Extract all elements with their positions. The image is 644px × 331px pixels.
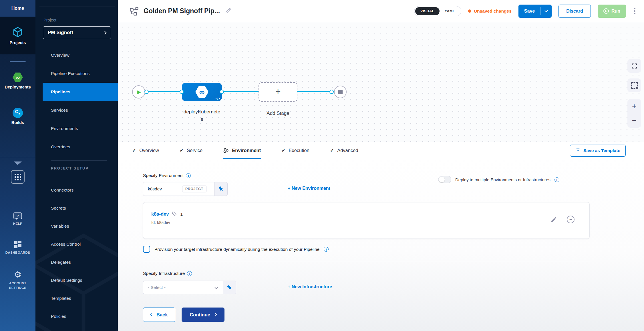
environment-card: k8s-dev 1 Id: k8sdev − bbox=[143, 202, 590, 239]
cd-stage-icon: ∞ bbox=[195, 85, 208, 98]
check-icon: ✓ bbox=[281, 147, 285, 153]
multi-env-toggle[interactable] bbox=[438, 176, 451, 183]
plus-icon: + bbox=[275, 86, 281, 97]
projects-cube-icon bbox=[12, 26, 23, 38]
sidebar-item-overrides[interactable]: Overrides bbox=[35, 138, 118, 156]
toggle-visual[interactable]: VISUAL bbox=[415, 7, 440, 15]
pencil-icon bbox=[550, 216, 557, 223]
sidebar-item-environments[interactable]: Environments bbox=[35, 119, 118, 138]
save-as-template-button[interactable]: Save as Template bbox=[570, 145, 626, 157]
sidebar-item-services[interactable]: Services bbox=[35, 101, 118, 119]
provision-label: Provision your target infrastructure dyn… bbox=[154, 247, 319, 252]
environment-card-actions: − bbox=[550, 216, 575, 223]
fit-to-screen-button[interactable] bbox=[627, 59, 641, 73]
more-options-button[interactable] bbox=[633, 7, 637, 15]
pipeline-edge bbox=[139, 91, 340, 92]
nav-home[interactable]: Home bbox=[0, 0, 35, 17]
tab-environment[interactable]: Environment bbox=[223, 142, 261, 159]
nav-projects[interactable]: Projects bbox=[0, 17, 35, 54]
run-button[interactable]: ▶ Run bbox=[598, 5, 626, 18]
pipeline-start-node[interactable]: ▶ bbox=[132, 85, 145, 98]
nav-deployments[interactable]: ∞ Deployments bbox=[0, 72, 35, 89]
environment-input-box: PROJECT bbox=[143, 182, 214, 196]
nav-dashboards[interactable]: DASHBOARDS bbox=[0, 241, 35, 255]
stage-tabbar: ✓ Overview ✓ Service Environment ✓ Execu… bbox=[118, 142, 644, 159]
sidebar-item-secrets[interactable]: Secrets bbox=[35, 199, 118, 217]
info-icon[interactable]: i bbox=[554, 177, 559, 182]
deployments-icon: ∞ bbox=[13, 72, 23, 82]
zoom-out-button[interactable]: − bbox=[632, 117, 637, 125]
zoom-in-button[interactable]: + bbox=[632, 103, 637, 110]
collapse-chevron-icon[interactable] bbox=[14, 161, 22, 165]
new-environment-link[interactable]: + New Environment bbox=[288, 186, 330, 191]
pipeline-canvas[interactable]: ▶ ∞ </> + deployKubernetes Add Stage bbox=[118, 22, 644, 142]
edit-title-button[interactable] bbox=[225, 7, 231, 15]
tab-advanced[interactable]: ✓ Advanced bbox=[330, 142, 358, 159]
edit-environment-button[interactable] bbox=[550, 216, 557, 223]
environment-card-header: k8s-dev 1 bbox=[151, 211, 589, 217]
sidebar-item-overview[interactable]: Overview bbox=[35, 46, 118, 64]
back-button[interactable]: Back bbox=[143, 308, 175, 322]
fixed-input-pin-button[interactable] bbox=[214, 182, 228, 196]
unsaved-changes-link: Unsaved changes bbox=[474, 9, 512, 14]
nav-builds[interactable]: Builds bbox=[0, 108, 35, 125]
view-toggle: VISUAL YAML bbox=[414, 6, 461, 16]
fixed-input-pin-button[interactable] bbox=[223, 281, 236, 294]
sidebar-item-pipeline-executions[interactable]: Pipeline Executions bbox=[35, 64, 118, 83]
edge-port bbox=[220, 90, 224, 94]
discard-button[interactable]: Discard bbox=[558, 5, 591, 18]
sidebar-top-divider bbox=[39, 7, 115, 7]
stop-square-icon bbox=[338, 90, 343, 94]
multi-select-button[interactable] bbox=[627, 78, 641, 92]
provision-checkbox[interactable] bbox=[143, 246, 150, 253]
add-stage-button[interactable]: + bbox=[259, 82, 297, 102]
help-chat-icon: ? bbox=[13, 212, 22, 219]
infrastructure-select[interactable]: - Select - bbox=[143, 281, 223, 294]
unsaved-dot-icon bbox=[468, 9, 471, 13]
toggle-yaml[interactable]: YAML bbox=[440, 7, 460, 15]
info-icon[interactable]: i bbox=[187, 271, 192, 276]
environment-input[interactable] bbox=[148, 186, 182, 192]
project-name: PM Signoff bbox=[48, 30, 104, 36]
check-icon: ✓ bbox=[330, 147, 334, 153]
module-grid-button[interactable] bbox=[11, 170, 25, 184]
nav-account-settings[interactable]: ⚙ ACCOUNT SETTINGS bbox=[0, 270, 35, 290]
tab-service[interactable]: ✓ Service bbox=[180, 142, 202, 159]
rail-section-divider bbox=[0, 157, 35, 157]
builds-icon bbox=[13, 108, 23, 118]
save-dropdown[interactable] bbox=[541, 10, 552, 12]
scope-badge: PROJECT bbox=[182, 186, 206, 192]
upload-icon bbox=[575, 148, 581, 153]
pipeline-end-node[interactable] bbox=[334, 86, 347, 98]
start-play-icon: ▶ bbox=[137, 90, 141, 94]
stage-name-label: deployKubernetes bbox=[182, 108, 221, 123]
sidebar-item-connectors[interactable]: Connectors bbox=[35, 181, 118, 199]
environment-panel: Specify Environment i PROJECT + New Envi… bbox=[118, 159, 644, 331]
nav-help[interactable]: ? HELP bbox=[0, 212, 35, 226]
remove-environment-button[interactable]: − bbox=[567, 216, 575, 223]
stage-node-deploy[interactable]: ∞ </> bbox=[182, 83, 222, 101]
specify-infrastructure-label: Specify Infrastructure i bbox=[143, 271, 192, 276]
new-infrastructure-link[interactable]: + New Infrastructure bbox=[288, 284, 332, 289]
info-icon[interactable]: i bbox=[324, 247, 329, 252]
save-button[interactable]: Save bbox=[518, 5, 552, 18]
info-icon[interactable]: i bbox=[186, 173, 191, 178]
environment-icon bbox=[223, 148, 229, 153]
gear-icon: ⚙ bbox=[14, 270, 22, 279]
infrastructure-select-group: - Select - bbox=[143, 281, 236, 294]
project-label: Project bbox=[43, 18, 56, 22]
rail-divider bbox=[10, 61, 26, 62]
tab-execution[interactable]: ✓ Execution bbox=[281, 142, 309, 159]
sidebar-item-pipelines[interactable]: Pipelines bbox=[43, 83, 118, 101]
project-menu: Overview Pipeline Executions Pipelines S… bbox=[35, 46, 118, 156]
main-area: Golden PM Signoff Pip... VISUAL YAML Uns… bbox=[118, 0, 644, 331]
project-selector[interactable]: PM Signoff bbox=[43, 26, 111, 39]
unsaved-changes[interactable]: Unsaved changes bbox=[468, 9, 512, 14]
environment-name-link[interactable]: k8s-dev bbox=[151, 211, 169, 217]
tab-overview[interactable]: ✓ Overview bbox=[132, 142, 159, 159]
chevron-left-icon bbox=[150, 313, 153, 316]
minus-circle-icon: − bbox=[567, 216, 575, 223]
continue-button[interactable]: Continue bbox=[182, 308, 224, 322]
dashboards-icon bbox=[14, 241, 21, 248]
check-icon: ✓ bbox=[180, 147, 184, 153]
